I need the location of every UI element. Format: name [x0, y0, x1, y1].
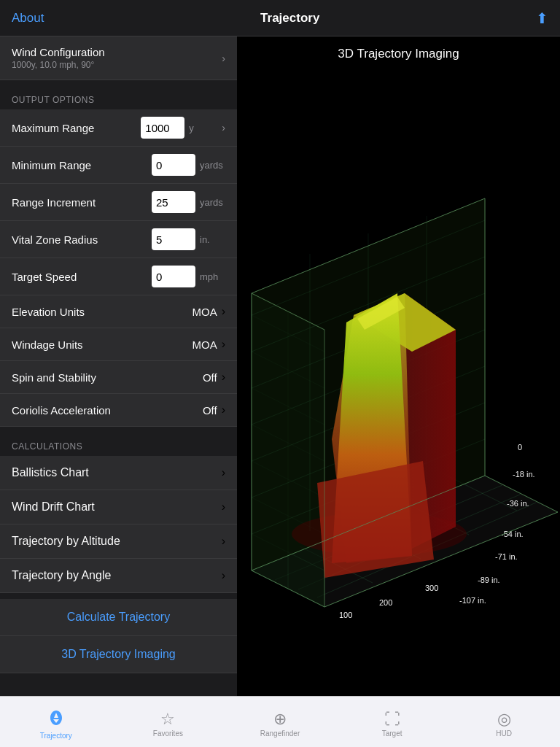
wind-config-label: Wind Configuration	[12, 46, 105, 58]
output-options-header: OUTPUT OPTIONS	[0, 80, 237, 109]
vital-zone-label: Vital Zone Radius	[12, 233, 152, 246]
calculate-trajectory-label: Calculate Trajectory	[67, 611, 170, 624]
maximum-range-chevron: ›	[222, 122, 225, 133]
svg-text:-107 in.: -107 in.	[459, 596, 486, 605]
svg-text:-71 in.: -71 in.	[495, 552, 518, 561]
trajectory-altitude-chevron: ›	[222, 535, 225, 548]
left-panel: Wind Configuration 1000y, 10.0 mph, 90° …	[0, 36, 237, 696]
wind-config-subtitle: 1000y, 10.0 mph, 90°	[12, 60, 105, 70]
favorites-tab-label: Favorites	[153, 729, 183, 738]
range-increment-unit: yards	[200, 197, 225, 208]
vital-zone-input[interactable]	[152, 228, 195, 250]
svg-text:-89 in.: -89 in.	[478, 576, 500, 584]
coriolis-row[interactable]: Coriolis Acceleration Off ›	[0, 394, 237, 427]
about-button[interactable]: About	[12, 11, 44, 26]
target-tab-icon: ⛶	[384, 711, 400, 727]
minimum-range-row: Minimum Range yards	[0, 147, 237, 184]
range-increment-input[interactable]	[152, 191, 195, 213]
spin-stability-row[interactable]: Spin and Stability Off ›	[0, 361, 237, 394]
calculations-header: CALCULATIONS	[0, 427, 237, 456]
ballistics-chart-row[interactable]: Ballistics Chart ›	[0, 456, 237, 490]
ballistics-chart-chevron: ›	[222, 466, 225, 479]
wind-config-chevron: ›	[222, 53, 225, 64]
spin-stability-chevron: ›	[222, 371, 225, 384]
share-button[interactable]: ⬆	[536, 9, 548, 27]
svg-text:300: 300	[425, 584, 438, 592]
target-tab-label: Target	[382, 729, 402, 738]
svg-text:200: 200	[379, 598, 392, 607]
wind-drift-chart-chevron: ›	[222, 500, 225, 514]
tab-hud[interactable]: ◎ HUD	[448, 697, 560, 747]
main-content: Wind Configuration 1000y, 10.0 mph, 90° …	[0, 36, 560, 696]
minimum-range-label: Minimum Range	[12, 159, 152, 171]
right-panel: 3D Trajectory Imaging	[237, 36, 560, 696]
elevation-units-value: MOA	[192, 306, 217, 318]
trajectory-angle-chevron: ›	[222, 569, 225, 582]
windage-units-value: MOA	[192, 338, 217, 351]
top-nav: About Trajectory ⬆	[0, 0, 560, 36]
target-speed-unit: mph	[200, 271, 225, 282]
elevation-units-label: Elevation Units	[12, 306, 85, 318]
vital-zone-row: Vital Zone Radius in.	[0, 221, 237, 258]
maximum-range-unit: y	[189, 123, 214, 133]
svg-text:-18 in.: -18 in.	[513, 470, 535, 479]
windage-units-label: Windage Units	[12, 338, 83, 351]
maximum-range-label: Maximum Range	[12, 122, 141, 134]
trajectory-angle-label: Trajectory by Angle	[12, 569, 111, 582]
coriolis-chevron: ›	[222, 403, 225, 417]
nav-title: Trajectory	[260, 11, 319, 26]
3d-trajectory-label: 3D Trajectory Imaging	[61, 648, 176, 661]
svg-text:100: 100	[339, 611, 352, 619]
target-speed-label: Target Speed	[12, 271, 152, 283]
tab-rangefinder[interactable]: ⊕ Rangefinder	[224, 697, 336, 747]
tab-trajectory[interactable]: Trajectory	[0, 697, 112, 747]
trajectory-tab-icon	[47, 709, 65, 729]
trajectory-altitude-row[interactable]: Trajectory by Altitude ›	[0, 525, 237, 559]
maximum-range-row: Maximum Range y ›	[0, 109, 237, 147]
svg-text:-36 in.: -36 in.	[507, 499, 529, 508]
wind-drift-chart-row[interactable]: Wind Drift Chart ›	[0, 490, 237, 525]
windage-units-row[interactable]: Windage Units MOA ›	[0, 328, 237, 361]
target-speed-input[interactable]	[152, 266, 195, 287]
wind-config-row[interactable]: Wind Configuration 1000y, 10.0 mph, 90° …	[0, 36, 237, 80]
hud-tab-label: HUD	[496, 729, 512, 738]
windage-units-chevron: ›	[222, 338, 225, 351]
coriolis-value: Off	[203, 404, 217, 417]
calculate-trajectory-button[interactable]: Calculate Trajectory	[0, 599, 237, 636]
minimum-range-input[interactable]	[152, 154, 195, 176]
elevation-units-chevron: ›	[222, 305, 225, 318]
action-buttons: Calculate Trajectory 3D Trajectory Imagi…	[0, 599, 237, 673]
3d-trajectory-chart: 0 -18 in. -36 in. -54 in. -71 in. -89 in…	[237, 73, 560, 696]
tab-bar: Trajectory ☆ Favorites ⊕ Rangefinder ⛶ T…	[0, 696, 560, 747]
trajectory-altitude-label: Trajectory by Altitude	[12, 535, 120, 548]
minimum-range-unit: yards	[200, 160, 225, 171]
ballistics-chart-label: Ballistics Chart	[12, 466, 89, 479]
favorites-tab-icon: ☆	[160, 711, 175, 727]
rangefinder-tab-label: Rangefinder	[260, 729, 300, 738]
trajectory-angle-row[interactable]: Trajectory by Angle ›	[0, 559, 237, 593]
chart-container: 0 -18 in. -36 in. -54 in. -71 in. -89 in…	[237, 73, 560, 696]
hud-tab-icon: ◎	[497, 711, 511, 727]
range-increment-label: Range Increment	[12, 196, 152, 209]
rangefinder-tab-icon: ⊕	[273, 711, 287, 727]
range-increment-row: Range Increment yards	[0, 184, 237, 221]
vital-zone-unit: in.	[200, 234, 225, 245]
coriolis-label: Coriolis Acceleration	[12, 404, 111, 417]
elevation-units-row[interactable]: Elevation Units MOA ›	[0, 295, 237, 328]
right-panel-title: 3D Trajectory Imaging	[237, 47, 560, 61]
wind-drift-chart-label: Wind Drift Chart	[12, 500, 95, 514]
maximum-range-input[interactable]	[141, 117, 184, 139]
svg-text:0: 0	[518, 443, 522, 452]
tab-target[interactable]: ⛶ Target	[336, 697, 448, 747]
trajectory-tab-label: Trajectory	[40, 732, 72, 740]
target-speed-row: Target Speed mph	[0, 258, 237, 295]
tab-favorites[interactable]: ☆ Favorites	[112, 697, 225, 747]
spin-stability-label: Spin and Stability	[12, 371, 96, 384]
3d-trajectory-button[interactable]: 3D Trajectory Imaging	[0, 636, 237, 673]
spin-stability-value: Off	[203, 371, 217, 384]
